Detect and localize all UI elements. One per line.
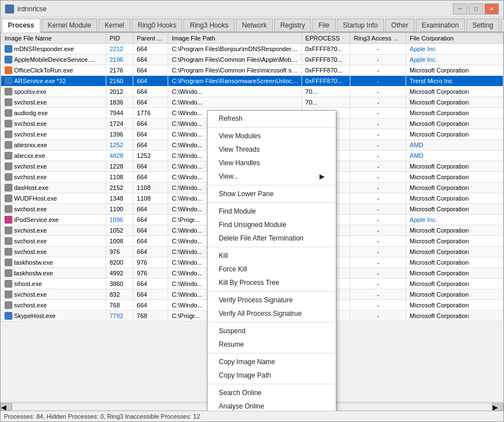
cm-refresh[interactable]: Refresh xyxy=(208,112,336,125)
cell-parent: 664 xyxy=(133,97,168,108)
scroll-right-btn[interactable]: ▶ xyxy=(492,403,503,411)
cell-parent: 1108 xyxy=(133,193,168,204)
cell-file-corporation: Microsoft Corporation xyxy=(406,172,503,183)
cm-find-unsigned-module[interactable]: Find Unsigned Module xyxy=(208,218,336,232)
cm-find-module[interactable]: Find Module xyxy=(208,205,336,218)
maximize-button[interactable]: □ xyxy=(469,3,483,15)
col-ring3-access[interactable]: Ring3 Access ... xyxy=(350,33,406,44)
cell-ring3-access: - xyxy=(350,268,406,279)
cell-image-path: C:\Windo... xyxy=(168,87,302,97)
scroll-left-btn[interactable]: ◀ xyxy=(1,403,12,411)
table-row[interactable]: svchost.exe1836664C:\Windo...70...-Micro… xyxy=(1,97,503,108)
app-icon xyxy=(5,4,14,13)
cm-resume[interactable]: Resume xyxy=(208,338,336,351)
process-name-text: atiesrxx.exe xyxy=(14,142,47,148)
cell-pid: 2176 xyxy=(106,65,133,76)
cell-process-name: svchost.exe xyxy=(1,236,106,247)
minimize-button[interactable]: ─ xyxy=(453,3,467,15)
tab-setting[interactable]: Setting xyxy=(466,19,500,31)
col-image-file-name[interactable]: Image File Name xyxy=(1,33,106,44)
cm-view-modules[interactable]: View Modules xyxy=(208,129,336,143)
cell-process-name: AppleMobileDeviceService.... xyxy=(1,55,106,65)
cm-view[interactable]: View... ▶ xyxy=(208,170,336,183)
tab-kernel-module[interactable]: Kernel Module xyxy=(42,19,97,31)
tab-ring0-hooks[interactable]: Ring0 Hooks xyxy=(132,19,183,31)
close-button[interactable]: ✕ xyxy=(484,3,499,15)
cm-sep-2 xyxy=(208,185,336,185)
cell-process-name: audiodg.exe xyxy=(1,108,106,119)
cell-pid: 8200 xyxy=(106,257,133,268)
cell-file-corporation: Microsoft Corporation xyxy=(406,257,503,268)
cell-file-corporation: Microsoft Corporation xyxy=(406,311,503,321)
cm-verify-process-signature[interactable]: Verify Process Signature xyxy=(208,293,336,307)
cell-pid: 4992 xyxy=(106,268,133,279)
cell-ring3-access: - xyxy=(350,183,406,193)
cm-view-handles[interactable]: View Handles xyxy=(208,156,336,170)
tab-registry[interactable]: Registry xyxy=(274,19,311,31)
cell-parent: 664 xyxy=(133,119,168,129)
cell-file-corporation: Microsoft Corporation xyxy=(406,65,503,76)
process-name-text: spoolsv.exe xyxy=(14,88,46,95)
process-name-text: svchost.exe xyxy=(14,163,47,170)
process-icon xyxy=(4,120,12,128)
cm-search-online[interactable]: Search Online xyxy=(208,386,336,400)
tab-other[interactable]: Other xyxy=(385,19,415,31)
cell-parent: 664 xyxy=(133,300,168,311)
status-bar: Processes: 84, Hidden Processes: 0, Ring… xyxy=(1,411,503,421)
cell-parent: 664 xyxy=(133,289,168,300)
cell-pid: 2160 xyxy=(106,76,133,87)
col-pid[interactable]: PID xyxy=(106,33,133,44)
col-eprocess[interactable]: EPROCESS xyxy=(302,33,350,44)
process-icon xyxy=(4,130,12,138)
cm-verify-all-process-signatrue[interactable]: Verify All Process Signatrue xyxy=(208,307,336,320)
cm-show-lower-pane[interactable]: Show Lower Pane xyxy=(208,187,336,201)
cell-ring3-access: - xyxy=(350,97,406,108)
col-image-file-path[interactable]: Image File Path xyxy=(168,33,302,44)
tab-process[interactable]: Process xyxy=(2,19,40,33)
cell-parent: 1776 xyxy=(133,108,168,119)
cm-kill[interactable]: Kill xyxy=(208,249,336,262)
process-icon xyxy=(4,162,12,170)
cm-suspend[interactable]: Suspend xyxy=(208,324,336,338)
cm-view-threads[interactable]: View Threads xyxy=(208,143,336,156)
table-row[interactable]: ARService.exe *322160664C:\Program Files… xyxy=(1,76,503,87)
cell-parent: 664 xyxy=(133,140,168,151)
cm-copy-image-path[interactable]: Copy Image Path xyxy=(208,369,336,382)
tab-about[interactable]: About xyxy=(501,19,504,31)
cm-sep-4 xyxy=(208,247,336,247)
cm-copy-image-name[interactable]: Copy Image Name xyxy=(208,355,336,369)
cell-image-path: C:\Windo... xyxy=(168,97,302,108)
tab-kernel[interactable]: Kernel xyxy=(98,19,130,31)
cm-analyse-online[interactable]: Analyse Online xyxy=(208,400,336,411)
cell-ring3-access: - xyxy=(350,119,406,129)
col-parent[interactable]: Parent ... xyxy=(133,33,168,44)
cm-kill-by-process-tree[interactable]: Kill By Process Tree xyxy=(208,276,336,289)
tab-file[interactable]: File xyxy=(312,19,335,31)
table-row[interactable]: OfficeClickToRun.exe2176664C:\Program Fi… xyxy=(1,65,503,76)
table-row[interactable]: spoolsv.exe2012664C:\Windo...70...-Micro… xyxy=(1,87,503,97)
table-row[interactable]: AppleMobileDeviceService....2196664C:\Pr… xyxy=(1,55,503,65)
cell-process-name: svchost.exe xyxy=(1,97,106,108)
process-name-text: svchost.exe xyxy=(14,227,47,234)
col-file-corporation[interactable]: File Corporation xyxy=(406,33,503,44)
cell-file-corporation: Microsoft Corporation xyxy=(406,87,503,97)
cm-delete-file-after-termination[interactable]: Delete File After Termination xyxy=(208,232,336,245)
cell-pid: 3860 xyxy=(106,279,133,289)
cell-process-name: svchost.exe xyxy=(1,172,106,183)
tab-startup-info[interactable]: Startup Info xyxy=(337,19,384,31)
cell-parent: 976 xyxy=(133,268,168,279)
process-name-text: atiecxx.exe xyxy=(14,152,45,159)
tab-network[interactable]: Network xyxy=(236,19,273,31)
tab-ring3-hooks[interactable]: Ring3 Hooks xyxy=(183,19,235,31)
cell-pid: 1348 xyxy=(106,193,133,204)
tab-examination[interactable]: Examination xyxy=(416,19,465,31)
table-row[interactable]: mDNSResponder.exe2212664C:\Program Files… xyxy=(1,44,503,55)
process-name-text: taskhostw.exe xyxy=(14,259,53,266)
cm-force-kill[interactable]: Force Kill xyxy=(208,262,336,276)
process-name-text: SkypeHost.exe xyxy=(14,312,56,319)
cell-parent: 664 xyxy=(133,279,168,289)
main-window: irdnnrlcse ─ □ ✕ Process Kernel Module K… xyxy=(0,0,504,422)
process-name-text: taskhostw.exe xyxy=(14,270,53,276)
process-icon xyxy=(4,237,12,245)
cell-file-corporation: Microsoft Corporation xyxy=(406,108,503,119)
